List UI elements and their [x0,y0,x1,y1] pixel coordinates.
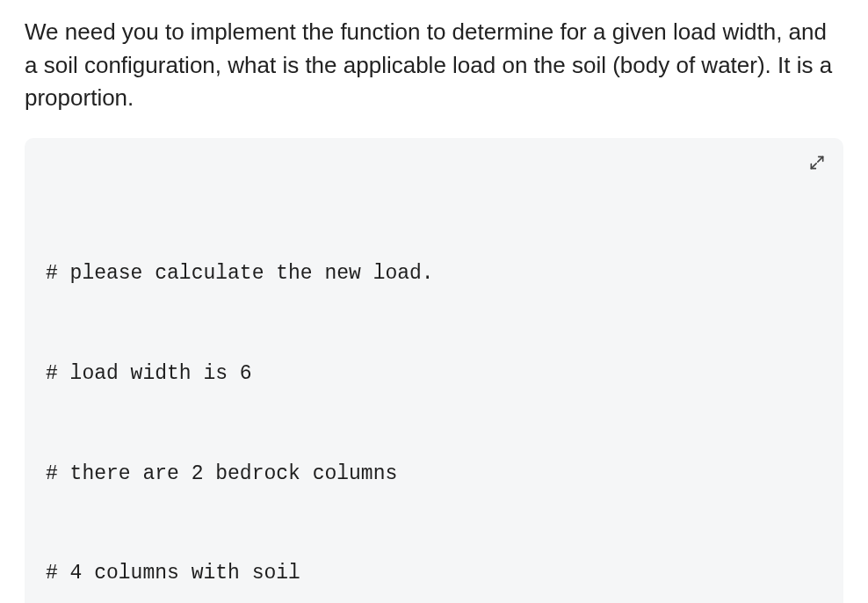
document-page: We need you to implement the function to… [0,0,868,603]
expand-icon[interactable] [805,150,829,175]
code-line: # there are 2 bedrock columns [46,458,822,491]
problem-description: We need you to implement the function to… [25,16,843,115]
code-line: # please calculate the new load. [46,258,822,291]
code-block: # please calculate the new load. # load … [25,138,843,603]
code-line: # load width is 6 [46,358,822,391]
code-line: # 4 columns with soil [46,557,822,591]
